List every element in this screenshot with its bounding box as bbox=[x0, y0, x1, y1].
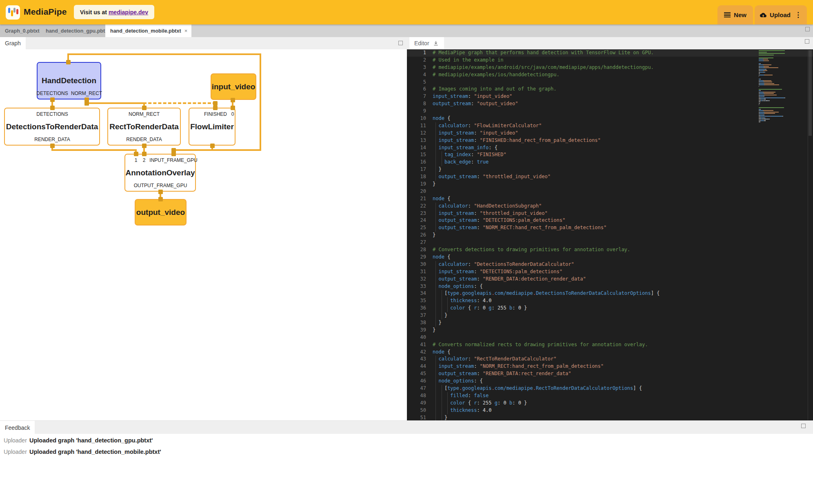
code-line-20[interactable]: 20 bbox=[407, 188, 813, 195]
code-line-14[interactable]: 14 input_stream_info: { bbox=[407, 144, 813, 152]
code-line-19[interactable]: 19} bbox=[407, 181, 813, 188]
code-line-23[interactable]: 23 input_stream: "throttled_input_video" bbox=[407, 210, 813, 217]
line-number: 30 bbox=[410, 261, 426, 268]
code-line-28[interactable]: 28# Converts detections to drawing primi… bbox=[407, 246, 813, 254]
code-text: input_stream: "FINISHED:hand_rect_from_p… bbox=[433, 137, 601, 144]
minimap-line bbox=[759, 122, 795, 122]
line-number: 23 bbox=[410, 210, 426, 217]
code-lines[interactable]: 1# MediaPipe graph that performs hand de… bbox=[407, 49, 813, 420]
code-line-40[interactable]: 40 bbox=[407, 334, 813, 341]
code-editor[interactable]: 1# MediaPipe graph that performs hand de… bbox=[407, 49, 813, 420]
minimap-line bbox=[759, 103, 795, 104]
code-line-27[interactable]: 27 bbox=[407, 239, 813, 246]
file-tab-hand_detection_mobile.pbtxt[interactable]: hand_detection_mobile.pbtxt× bbox=[105, 24, 191, 37]
code-line-5[interactable]: 5 bbox=[407, 79, 813, 86]
mediapipe-logo bbox=[6, 5, 20, 20]
code-line-37[interactable]: 37 } bbox=[407, 312, 813, 319]
code-line-26[interactable]: 26} bbox=[407, 232, 813, 239]
minimap-line bbox=[759, 100, 795, 101]
code-line-30[interactable]: 30 calculator: "DetectionsToRenderDataCa… bbox=[407, 261, 813, 268]
editor-scrollbar-thumb[interactable] bbox=[809, 50, 812, 136]
editor-panel-strip: Editor bbox=[407, 37, 813, 49]
code-line-7[interactable]: 7input_stream: "input_video" bbox=[407, 93, 813, 100]
upload-menu-kebab-icon[interactable]: ⋮ bbox=[795, 11, 802, 19]
code-line-6[interactable]: 6# Images coming into and out of the gra… bbox=[407, 86, 813, 93]
editor-scrollbar-track bbox=[808, 49, 808, 420]
app-header: MediaPipe Visit us at mediapipe.dev New … bbox=[0, 0, 813, 24]
code-line-15[interactable]: 15 tag_index: "FINISHED" bbox=[407, 151, 813, 159]
tab-feedback[interactable]: Feedback bbox=[0, 421, 35, 434]
code-line-32[interactable]: 32 output_stream: "RENDER_DATA:detection… bbox=[407, 276, 813, 283]
code-line-45[interactable]: 45 output_stream: "RENDER_DATA:rect_rend… bbox=[407, 370, 813, 378]
mediapipe-dev-link[interactable]: mediapipe.dev bbox=[109, 9, 148, 15]
tabstrip-popout-icon[interactable] bbox=[805, 27, 810, 31]
code-line-12[interactable]: 12 input_stream: "input_video" bbox=[407, 130, 813, 137]
code-line-4[interactable]: 4# mediapipie/examples/ios/handdetection… bbox=[407, 71, 813, 79]
line-number: 21 bbox=[410, 195, 426, 203]
code-line-31[interactable]: 31 input_stream: "DETECTIONS:palm_detect… bbox=[407, 268, 813, 276]
code-text: input_stream_info: { bbox=[433, 144, 498, 152]
code-line-43[interactable]: 43 calculator: "RectToRenderDataCalculat… bbox=[407, 356, 813, 363]
code-text: filled: false bbox=[433, 392, 489, 400]
graph-canvas[interactable]: HandDetectionDETECTIONSNORM_RECTinput_vi… bbox=[0, 49, 407, 420]
code-line-13[interactable]: 13 input_stream: "FINISHED:hand_rect_fro… bbox=[407, 137, 813, 144]
node-port-label: NORM_RECT bbox=[129, 111, 160, 117]
line-number: 13 bbox=[410, 137, 426, 144]
feedback-log: UploaderUploaded graph 'hand_detection_g… bbox=[0, 434, 813, 504]
close-tab-icon[interactable]: × bbox=[184, 28, 188, 33]
code-line-3[interactable]: 3# mediapipie/examples/android/src/java/… bbox=[407, 64, 813, 71]
tab-editor[interactable]: Editor bbox=[409, 37, 444, 49]
code-line-47[interactable]: 47 [type.googleapis.com/mediapipe.RectTo… bbox=[407, 385, 813, 392]
code-line-46[interactable]: 46 node_options: { bbox=[407, 378, 813, 385]
code-text: [type.googleapis.com/mediapipe.RectToRen… bbox=[433, 385, 642, 392]
graph-port bbox=[213, 101, 218, 106]
minimap-line bbox=[759, 57, 795, 58]
code-line-8[interactable]: 8output_stream: "output_video" bbox=[407, 100, 813, 108]
code-line-25[interactable]: 25 output_stream: "NORM_RECT:hand_rect_f… bbox=[407, 224, 813, 232]
new-button[interactable]: New bbox=[717, 5, 753, 24]
graph-popout-icon[interactable] bbox=[398, 41, 403, 45]
code-line-18[interactable]: 18 output_stream: "throttled_input_video… bbox=[407, 173, 813, 181]
code-line-39[interactable]: 39} bbox=[407, 327, 813, 334]
code-line-38[interactable]: 38 } bbox=[407, 319, 813, 327]
feedback-popout-icon[interactable] bbox=[801, 424, 806, 428]
code-line-35[interactable]: 35 thickness: 4.0 bbox=[407, 297, 813, 305]
download-icon[interactable] bbox=[433, 40, 439, 46]
code-line-34[interactable]: 34 [type.googleapis.com/mediapipe.Detect… bbox=[407, 290, 813, 297]
code-line-1[interactable]: 1# MediaPipe graph that performs hand de… bbox=[407, 49, 813, 57]
code-line-41[interactable]: 41# Converts normalized rects to drawing… bbox=[407, 341, 813, 349]
code-line-17[interactable]: 17 } bbox=[407, 166, 813, 173]
graph-node-input_video[interactable]: input_video bbox=[211, 73, 256, 100]
code-line-9[interactable]: 9 bbox=[407, 108, 813, 115]
code-line-16[interactable]: 16 back_edge: true bbox=[407, 159, 813, 166]
code-text: output_stream: "NORM_RECT:hand_rect_from… bbox=[433, 224, 606, 232]
code-text: # mediapipie/examples/ios/handdetectiong… bbox=[433, 71, 560, 79]
code-line-44[interactable]: 44 input_stream: "NORM_RECT:hand_rect_fr… bbox=[407, 363, 813, 370]
tab-graph[interactable]: Graph bbox=[0, 37, 26, 49]
code-line-36[interactable]: 36 color { r: 0 g: 255 b: 0 } bbox=[407, 305, 813, 312]
upload-button[interactable]: Upload ⋮ bbox=[755, 5, 807, 24]
code-line-10[interactable]: 10node { bbox=[407, 115, 813, 122]
code-line-22[interactable]: 22 calculator: "HandDetectionSubgraph" bbox=[407, 203, 813, 210]
code-line-49[interactable]: 49 color { r: 255 g: 0 b: 0 } bbox=[407, 400, 813, 407]
code-line-21[interactable]: 21node { bbox=[407, 195, 813, 203]
editor-popout-icon[interactable] bbox=[805, 39, 809, 44]
minimap-line bbox=[759, 86, 795, 87]
code-line-24[interactable]: 24 output_stream: "DETECTIONS:palm_detec… bbox=[407, 217, 813, 224]
feedback-tab-label: Feedback bbox=[5, 424, 30, 431]
feedback-message: Uploaded graph 'hand_detection_gpu.pbtxt… bbox=[29, 437, 153, 446]
code-line-33[interactable]: 33 node_options: { bbox=[407, 283, 813, 290]
graph-node-output_video[interactable]: output_video bbox=[135, 199, 187, 225]
code-line-29[interactable]: 29node { bbox=[407, 254, 813, 261]
line-number: 6 bbox=[410, 86, 426, 93]
code-line-50[interactable]: 50 thickness: 4.0 bbox=[407, 407, 813, 414]
line-number: 40 bbox=[410, 334, 426, 341]
code-line-11[interactable]: 11 calculator: "FlowLimiterCalculator" bbox=[407, 122, 813, 130]
code-line-2[interactable]: 2# Used in the example in bbox=[407, 57, 813, 64]
code-line-51[interactable]: 51 } bbox=[407, 414, 813, 420]
editor-minimap[interactable] bbox=[759, 50, 795, 123]
code-text: [type.googleapis.com/mediapipe.Detection… bbox=[433, 290, 660, 297]
code-line-48[interactable]: 48 filled: false bbox=[407, 392, 813, 400]
line-number: 5 bbox=[410, 79, 426, 86]
code-line-42[interactable]: 42node { bbox=[407, 349, 813, 356]
